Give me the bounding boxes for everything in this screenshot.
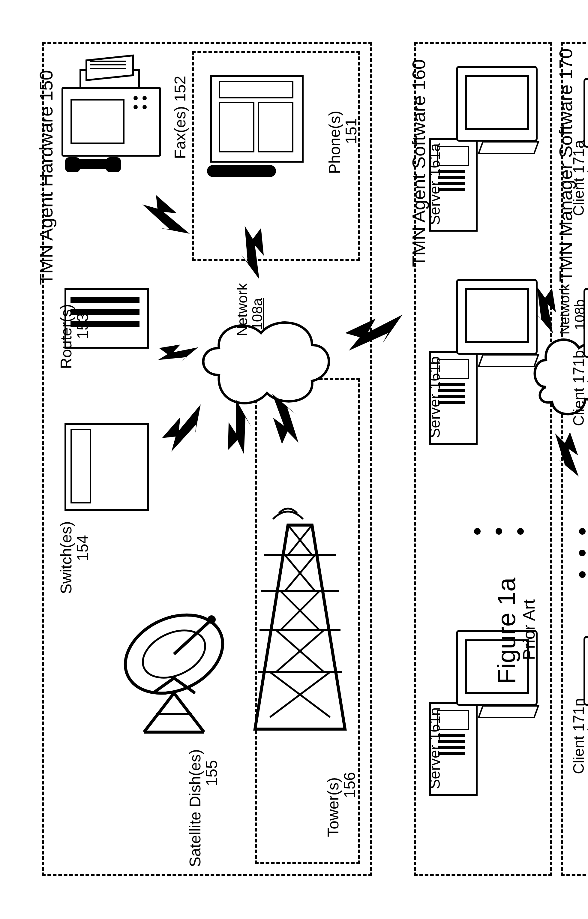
satdish-id: 155 (202, 760, 221, 786)
phone-icon (210, 75, 306, 177)
server-b-label: Server 161b (426, 357, 443, 438)
svg-marker-6 (271, 392, 299, 445)
satellite-dish-icon (105, 603, 243, 741)
switch-label-text: Switch(es) (57, 521, 75, 594)
figure-title: Figure 1a (492, 578, 521, 684)
client-b-label: Client 171b (570, 350, 587, 426)
figure-title-text: Figure 1a (492, 578, 520, 684)
fax-label: Fax(es) 152 (171, 76, 189, 159)
switch-icon (65, 423, 152, 513)
svg-marker-3 (158, 342, 199, 363)
svg-marker-5 (222, 399, 257, 454)
server-n-label: Server 161n (426, 707, 443, 789)
client-a-label: Client 171a (570, 140, 587, 216)
satdish-label: Satellite Dish(es) (186, 749, 204, 867)
tower-label-text: Tower(s) (324, 777, 342, 837)
cell-tower-icon (243, 501, 357, 741)
phone-label-text: Phone(s) (326, 111, 343, 174)
tower-label: Tower(s) (324, 777, 342, 837)
client-n-label: Client 171n (570, 698, 587, 774)
satdish-label-text: Satellite Dish(es) (186, 749, 204, 867)
svg-marker-1 (142, 191, 191, 246)
router-label: Router(s) (57, 304, 75, 369)
figure-subtitle: Prior Art (519, 599, 538, 660)
phone-label: Phone(s) (325, 111, 344, 174)
client-ellipsis (579, 528, 586, 578)
switch-id: 154 (73, 535, 92, 561)
server-b (429, 279, 537, 411)
router-label-text: Router(s) (57, 304, 75, 369)
router-id: 153 (73, 313, 92, 339)
svg-point-13 (207, 615, 216, 624)
svg-marker-4 (158, 403, 213, 452)
switch-label: Switch(es) (57, 521, 75, 594)
server-a-label: Server 161a (426, 144, 443, 225)
fax-icon (61, 69, 163, 171)
svg-marker-2 (237, 226, 268, 279)
diagram-root: TMN Agent Hardware 150 TMN Agent Softwar… (0, 0, 588, 919)
server-ellipsis (474, 528, 524, 535)
phone-id: 151 (342, 118, 360, 144)
figure-subtitle-text: Prior Art (519, 599, 538, 660)
svg-marker-9 (555, 431, 580, 478)
server-a (429, 66, 537, 198)
svg-marker-7 (344, 313, 408, 351)
tower-id: 156 (341, 772, 359, 798)
